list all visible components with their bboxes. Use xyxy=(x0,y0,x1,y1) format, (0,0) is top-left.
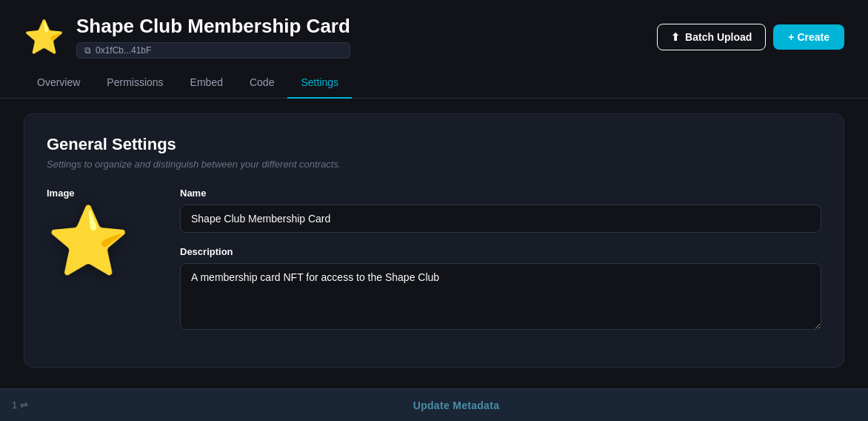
contract-address-badge[interactable]: ⧉ 0x1fCb...41bF xyxy=(76,42,350,59)
nav-tabs: Overview Permissions Embed Code Settings xyxy=(0,67,868,99)
update-metadata-button[interactable]: Update Metadata xyxy=(413,400,500,411)
upload-icon: ⬆ xyxy=(671,31,680,43)
description-textarea[interactable] xyxy=(180,263,821,330)
contract-address-text: 0x1fCb...41bF xyxy=(96,45,151,56)
create-button[interactable]: + Create xyxy=(773,24,844,50)
header: ⭐ Shape Club Membership Card ⧉ 0x1fCb...… xyxy=(0,0,868,59)
batch-upload-button[interactable]: ⬆ Batch Upload xyxy=(657,24,766,50)
page-number: 1 ⇌ xyxy=(12,400,28,411)
contract-image-icon: ⭐ xyxy=(47,208,130,274)
description-label: Description xyxy=(180,246,821,257)
tab-embed[interactable]: Embed xyxy=(177,67,236,99)
star-logo-icon: ⭐ xyxy=(24,21,64,53)
copy-icon: ⧉ xyxy=(84,45,91,56)
tab-permissions[interactable]: Permissions xyxy=(93,67,176,99)
page-title: Shape Club Membership Card xyxy=(76,15,350,38)
description-field-group: Description xyxy=(180,246,821,333)
settings-body: Image ⭐ Name Description xyxy=(47,188,821,346)
batch-upload-label: Batch Upload xyxy=(685,31,752,43)
settings-title: General Settings xyxy=(47,135,821,154)
tab-overview[interactable]: Overview xyxy=(24,67,93,99)
tab-settings[interactable]: Settings xyxy=(287,67,352,99)
header-actions: ⬆ Batch Upload + Create xyxy=(657,24,844,50)
name-field-group: Name xyxy=(180,188,821,233)
image-section: Image ⭐ xyxy=(47,188,150,274)
form-section: Name Description xyxy=(180,188,821,346)
title-block: Shape Club Membership Card ⧉ 0x1fCb...41… xyxy=(76,15,350,59)
header-left: ⭐ Shape Club Membership Card ⧉ 0x1fCb...… xyxy=(24,15,350,59)
create-label: + Create xyxy=(788,31,829,43)
footer-page-indicator: 1 ⇌ xyxy=(0,400,44,411)
footer-center: Update Metadata xyxy=(44,400,868,411)
main-content: General Settings Settings to organize an… xyxy=(0,99,868,382)
settings-card: General Settings Settings to organize an… xyxy=(24,113,844,368)
name-input[interactable] xyxy=(180,205,821,233)
name-label: Name xyxy=(180,188,821,199)
image-label: Image xyxy=(47,188,75,199)
tab-code[interactable]: Code xyxy=(236,67,287,99)
settings-subtitle: Settings to organize and distinguish bet… xyxy=(47,159,821,170)
footer: 1 ⇌ Update Metadata xyxy=(0,388,868,421)
